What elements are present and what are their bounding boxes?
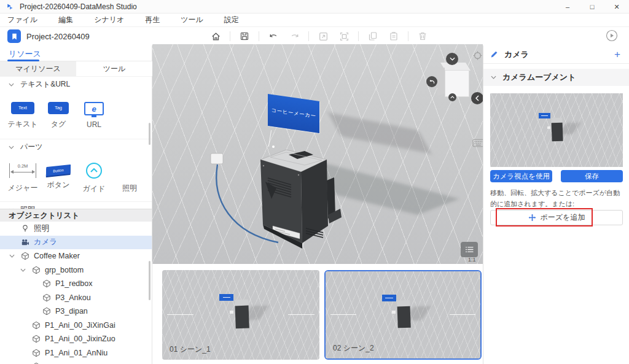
mini-plug (230, 311, 233, 314)
tree-label: カメラ (34, 237, 57, 247)
measure-line (11, 172, 34, 172)
arrow-left-icon (10, 170, 14, 174)
paste-icon[interactable] (387, 29, 400, 43)
monitor-stand (92, 115, 96, 117)
keyboard-icon[interactable] (472, 139, 483, 147)
camera-preview[interactable] (490, 93, 623, 167)
tool-label: ボタン (47, 180, 70, 190)
collapse-panel-button[interactable] (471, 92, 483, 104)
rotate-down-button[interactable] (446, 53, 458, 65)
scene-thumbnail-2[interactable]: 02 シーン_2 (324, 270, 482, 360)
tool-light[interactable]: 照明 (112, 155, 147, 201)
use-camera-view-button[interactable]: カメラ視点を使用 (490, 170, 552, 182)
toolbar-separator (259, 31, 259, 41)
title-bar: Project-20260409-DataMesh Studio – □ ✕ (0, 0, 629, 14)
chevron-down-icon (491, 76, 496, 79)
window-title: Project-20260409-DataMesh Studio (20, 2, 137, 11)
section-parts[interactable]: パーツ (0, 139, 152, 155)
tree-item-grp-bottom[interactable]: grp_bottom (0, 263, 152, 277)
save-button[interactable]: 保存 (561, 170, 623, 182)
section-text-url[interactable]: テキスト&URL (0, 76, 152, 92)
scene-thumbnail-1[interactable]: 01 シーン_1 (162, 270, 319, 360)
cube-icon (32, 349, 41, 357)
mini-sign (219, 294, 233, 301)
text-chip-icon: Text (11, 102, 34, 114)
play-button[interactable] (606, 29, 618, 42)
toolbar-separator (358, 31, 359, 41)
menu-play[interactable]: 再生 (145, 15, 160, 25)
tool-measure[interactable]: 0.2M メジャー (5, 155, 41, 201)
chevron-down-icon[interactable] (20, 268, 26, 272)
tree-item-p1-ani-01-anniu[interactable]: P1_Ani_01_AnNiu (0, 346, 152, 360)
object-tree: 照明 カメラ Coffee Maker grp_bottom P1_redbox (0, 222, 152, 364)
project-chip: Project-20260409 (7, 29, 90, 43)
mini-sign (539, 113, 550, 118)
scrollbar-thumb[interactable] (149, 261, 150, 300)
tree-item-clipped[interactable] (0, 360, 152, 364)
tree-label: P1_Ani_00_JixinZuo (45, 335, 115, 343)
undo-icon[interactable] (267, 29, 280, 43)
camera-panel-header: カメラ + (483, 45, 629, 64)
head-figure-icon (451, 76, 463, 91)
tab-tools[interactable]: ツール (76, 61, 152, 76)
tool-text[interactable]: Text テキスト (5, 92, 41, 139)
maximize-button[interactable]: □ (580, 0, 604, 14)
camera-panel: カメラ + カメラムーブメント カメラ視点を使用 保存 移動、回転、拡大すること… (483, 45, 629, 364)
camera-icon (21, 238, 29, 247)
tree-item-p3-ankou[interactable]: P3_Ankou (0, 291, 152, 305)
tree-label: Coffee Maker (34, 252, 80, 260)
scene-list-button[interactable] (461, 242, 478, 257)
save-icon[interactable] (238, 29, 251, 43)
scrollbar-thumb[interactable] (149, 123, 150, 145)
view-cube-front-face[interactable] (445, 70, 469, 97)
arrow-right-icon (32, 170, 35, 174)
rotate-up-button[interactable] (448, 93, 456, 101)
redo-icon[interactable] (287, 29, 301, 43)
toolbar-icons (209, 27, 429, 45)
menu-settings[interactable]: 設定 (224, 15, 239, 25)
tree-item-p1-redbox[interactable]: P1_redbox (0, 277, 152, 291)
cube-icon (32, 266, 41, 274)
tab-my-resources[interactable]: マイリソース (0, 61, 76, 76)
tree-item-p1-ani-00-jixingai[interactable]: P1_Ani_00_JiXinGai (0, 319, 152, 333)
tree-label: P1_redbox (55, 279, 92, 288)
add-pose-button[interactable]: ポーズを追加 (490, 210, 623, 225)
menu-scenario[interactable]: シナリオ (94, 15, 124, 25)
minimize-button[interactable]: – (555, 0, 580, 14)
tree-item-camera[interactable]: カメラ (0, 236, 152, 250)
tree-item-p3-dipan[interactable]: P3_dipan (0, 304, 152, 319)
tool-button[interactable]: Button ボタン (41, 155, 76, 201)
coffee-maker-model[interactable] (201, 142, 466, 253)
pen-icon (490, 50, 498, 58)
add-camera-button[interactable]: + (614, 49, 620, 60)
window-controls: – □ ✕ (555, 0, 629, 14)
resources-title[interactable]: リソース (9, 48, 41, 60)
copy-icon[interactable] (366, 29, 380, 43)
tool-guide[interactable]: ガイド (76, 155, 112, 201)
menu-file[interactable]: ファイル (7, 15, 37, 25)
replace-icon[interactable] (316, 29, 330, 43)
cube-icon (42, 279, 51, 288)
chevron-down-icon[interactable] (9, 254, 15, 258)
tree-item-coffee-maker[interactable]: Coffee Maker (0, 249, 152, 263)
camera-movement-section[interactable]: カメラムーブメント (483, 69, 629, 86)
button-chip-icon: Button (46, 165, 71, 176)
tree-item-light[interactable]: 照明 (0, 222, 152, 236)
section-clipped[interactable]: 照明 (0, 201, 152, 209)
viewport-3d[interactable]: コーヒーメーカー 1:1 (152, 44, 483, 264)
tree-item-p1-ani-00-jixinzuo[interactable]: P1_Ani_00_JixinZuo (0, 332, 152, 346)
view-cube-left-face[interactable] (437, 68, 445, 96)
menu-edit[interactable]: 編集 (58, 15, 73, 25)
tool-tag[interactable]: Tag タグ (41, 92, 76, 139)
tool-url[interactable]: e URL (76, 92, 112, 139)
view-cube-gizmo[interactable] (430, 53, 478, 103)
reset-view-icon[interactable] (472, 50, 483, 61)
tools-list: テキスト&URL Text テキスト Tag タグ e URL パーツ (0, 76, 152, 209)
home-icon[interactable] (209, 29, 222, 43)
close-button[interactable]: ✕ (604, 0, 629, 14)
tree-label: P1_Ani_00_JiXinGai (45, 321, 115, 330)
frame-select-icon[interactable] (337, 29, 351, 43)
trash-icon[interactable] (416, 29, 429, 43)
rotate-left-button[interactable] (426, 76, 437, 87)
menu-tools[interactable]: ツール (181, 15, 203, 25)
